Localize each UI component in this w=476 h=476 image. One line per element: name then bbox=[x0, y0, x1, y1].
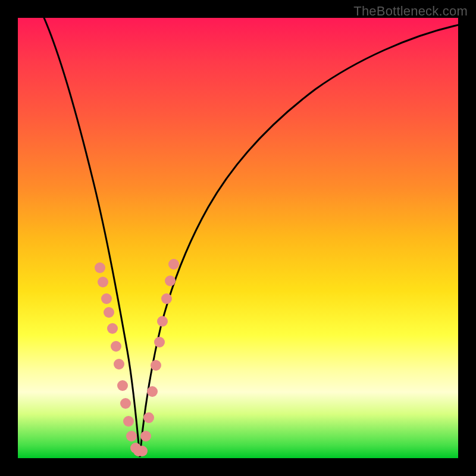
svg-point-2 bbox=[101, 293, 112, 304]
svg-point-16 bbox=[147, 386, 158, 397]
svg-point-10 bbox=[126, 431, 137, 441]
svg-point-21 bbox=[165, 275, 176, 286]
marker-dots-left bbox=[95, 262, 148, 456]
svg-point-15 bbox=[143, 412, 154, 423]
svg-point-7 bbox=[117, 380, 128, 391]
svg-point-1 bbox=[98, 277, 108, 287]
svg-point-3 bbox=[104, 307, 114, 318]
svg-point-13 bbox=[137, 446, 148, 456]
svg-point-22 bbox=[168, 259, 179, 270]
svg-point-5 bbox=[111, 341, 121, 352]
plot-area bbox=[18, 18, 458, 458]
chart-frame: TheBottleneck.com bbox=[0, 0, 476, 476]
svg-point-4 bbox=[107, 323, 118, 334]
svg-point-18 bbox=[154, 337, 165, 347]
bottleneck-curve-svg bbox=[18, 18, 458, 458]
svg-point-0 bbox=[95, 262, 105, 273]
bottleneck-curve-path bbox=[44, 18, 458, 457]
svg-point-6 bbox=[114, 359, 124, 369]
svg-point-19 bbox=[157, 316, 168, 327]
credit-text: TheBottleneck.com bbox=[353, 4, 468, 19]
svg-point-14 bbox=[140, 431, 151, 441]
svg-point-8 bbox=[120, 398, 131, 409]
svg-point-17 bbox=[151, 360, 161, 371]
svg-point-9 bbox=[123, 416, 134, 427]
svg-point-20 bbox=[161, 293, 172, 304]
